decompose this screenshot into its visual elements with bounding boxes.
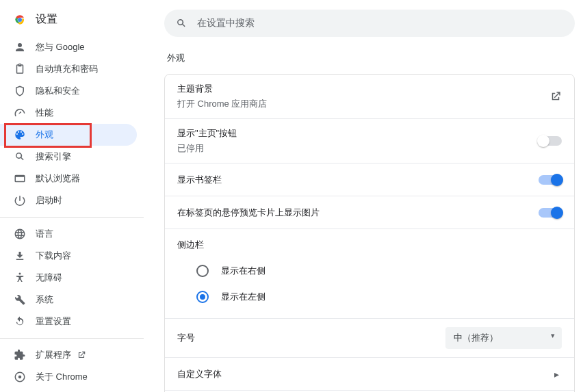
row-side-panel: 侧边栏 显示在右侧 显示在左侧: [165, 229, 574, 319]
sidebar-item-label: 默认浏览器: [36, 172, 80, 185]
sidebar-item-performance[interactable]: 性能: [0, 102, 137, 124]
sidebar-item-label: 隐私和安全: [36, 85, 80, 97]
sidebar-item-reset-settings[interactable]: 重置设置: [0, 311, 137, 332]
sidebar-item-autofill[interactable]: 自动填充和密码: [0, 58, 137, 80]
sidebar-item-label: 自动填充和密码: [36, 63, 98, 75]
sidebar-item-label: 启动时: [36, 194, 62, 207]
search-placeholder: 在设置中搜索: [197, 17, 255, 29]
sidebar-item-label: 搜索引擎: [36, 151, 71, 163]
sidebar-item-appearance[interactable]: 外观: [0, 124, 137, 146]
row-title: 自定义字体: [177, 368, 222, 380]
sidebar-item-label: 外观: [36, 129, 53, 141]
select-font-size[interactable]: 中（推荐）: [445, 327, 562, 349]
row-custom-fonts[interactable]: 自定义字体 ▸: [165, 358, 574, 391]
toggle-tab-hover-preview[interactable]: [539, 208, 562, 218]
sidebar-item-default-browser[interactable]: 默认浏览器: [0, 168, 137, 190]
person-icon: [14, 41, 26, 53]
search-input[interactable]: 在设置中搜索: [164, 10, 575, 37]
radio-side-panel-right[interactable]: 显示在右侧: [177, 258, 562, 284]
sidebar-item-label: 关于 Chrome: [36, 371, 88, 383]
sidebar-item-label: 您与 Google: [36, 41, 85, 53]
row-title: 显示"主页"按钮: [177, 127, 237, 140]
app-header: 设置: [0, 12, 164, 36]
sidebar-item-privacy[interactable]: 隐私和安全: [0, 80, 137, 102]
sidebar-item-you-and-google[interactable]: 您与 Google: [0, 36, 137, 58]
divider: [0, 338, 144, 339]
sidebar-item-label: 扩展程序: [36, 349, 71, 361]
sidebar-item-label: 性能: [36, 107, 53, 119]
chrome-logo-icon: [14, 14, 26, 26]
radio-label: 显示在左侧: [221, 291, 265, 303]
search-icon: [14, 151, 26, 163]
radio-icon: [196, 265, 209, 277]
sidebar-item-languages[interactable]: 语言: [0, 223, 137, 245]
radio-side-panel-left[interactable]: 显示在左侧: [177, 284, 562, 310]
toggle-bookmarks-bar[interactable]: [539, 175, 562, 185]
wrench-icon: [14, 293, 26, 306]
clipboard-icon: [14, 63, 26, 75]
search-icon: [175, 17, 187, 29]
sidebar-item-label: 语言: [36, 228, 53, 240]
sidebar-item-extensions[interactable]: 扩展程序: [0, 344, 137, 366]
row-theme[interactable]: 主题背景 打开 Chrome 应用商店: [165, 75, 574, 119]
extension-icon: [14, 349, 26, 361]
appearance-card: 主题背景 打开 Chrome 应用商店 显示"主页"按钮 已停用 显示书: [164, 74, 575, 392]
shield-icon: [14, 85, 26, 97]
divider: [0, 217, 144, 218]
row-font-size: 字号 中（推荐）: [165, 319, 574, 358]
sidebar-item-about-chrome[interactable]: 关于 Chrome: [0, 366, 137, 388]
sidebar-item-downloads[interactable]: 下载内容: [0, 245, 137, 267]
row-subtitle: 已停用: [177, 142, 237, 155]
row-title: 主题背景: [177, 83, 267, 95]
reset-icon: [14, 315, 26, 328]
sidebar-item-system[interactable]: 系统: [0, 289, 137, 311]
sidebar-item-search-engine[interactable]: 搜索引擎: [0, 146, 137, 168]
page-title: 设置: [36, 12, 57, 27]
row-title: 侧边栏: [177, 232, 562, 258]
download-icon: [14, 250, 26, 262]
sidebar-item-label: 下载内容: [36, 250, 71, 262]
sidebar-item-label: 无障碍: [36, 272, 62, 284]
accessibility-icon: [14, 272, 26, 284]
sidebar-item-accessibility[interactable]: 无障碍: [0, 267, 137, 289]
open-in-new-icon: [549, 90, 562, 103]
svg-point-4: [18, 376, 22, 379]
sidebar-item-label: 重置设置: [36, 315, 71, 328]
row-tab-hover-preview: 在标签页的悬停预览卡片上显示图片: [165, 196, 574, 229]
open-in-new-icon: [77, 350, 86, 360]
row-subtitle: 打开 Chrome 应用商店: [177, 98, 267, 110]
chrome-outline-icon: [14, 371, 26, 383]
row-title: 字号: [177, 332, 195, 344]
sidebar-item-label: 系统: [36, 293, 53, 306]
radio-icon: [196, 291, 209, 303]
row-home-button: 显示"主页"按钮 已停用: [165, 119, 574, 164]
power-icon: [14, 194, 26, 207]
browser-icon: [14, 172, 26, 185]
row-bookmarks-bar: 显示书签栏: [165, 164, 574, 196]
radio-label: 显示在右侧: [221, 265, 265, 277]
globe-icon: [14, 228, 26, 240]
speedometer-icon: [14, 107, 26, 119]
sidebar-item-on-startup[interactable]: 启动时: [0, 190, 137, 211]
row-title: 显示书签栏: [177, 174, 222, 186]
palette-icon: [14, 129, 26, 141]
row-title: 在标签页的悬停预览卡片上显示图片: [177, 207, 320, 219]
section-title: 外观: [167, 52, 575, 64]
toggle-home-button[interactable]: [539, 136, 562, 146]
chevron-right-icon: ▸: [552, 369, 562, 380]
